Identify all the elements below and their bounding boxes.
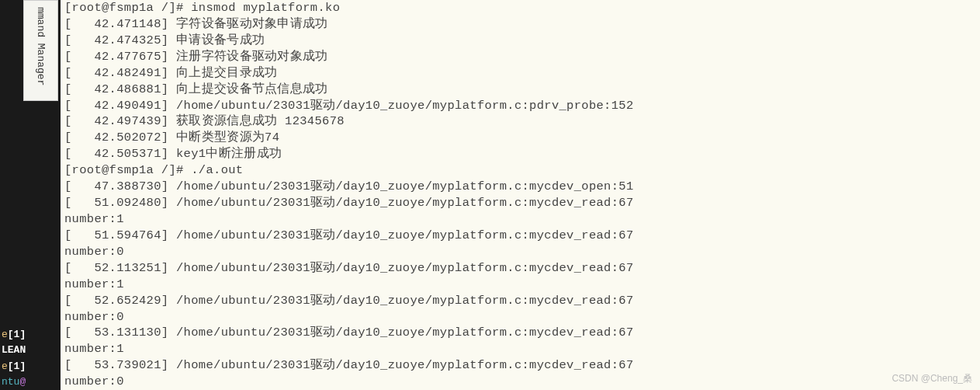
left-sidebar: mmand Manager e[1] LEAN e[1] ntu@: [0, 0, 61, 390]
terminal-area[interactable]: [root@fsmp1a /]# insmod myplatform.ko [ …: [61, 0, 980, 390]
status-line-2: LEAN: [0, 343, 61, 358]
watermark: CSDN @Cheng_桑: [892, 372, 972, 385]
status-line-4: ntu@: [0, 374, 61, 390]
terminal-output: [root@fsmp1a /]# insmod myplatform.ko [ …: [64, 0, 980, 390]
left-bottom-status: e[1] LEAN e[1] ntu@: [0, 327, 61, 390]
status-line-1: e[1]: [0, 327, 61, 343]
status-line-3: e[1]: [0, 359, 61, 374]
tab-label: mmand Manager: [35, 7, 47, 85]
command-manager-tab[interactable]: mmand Manager: [23, 0, 58, 101]
